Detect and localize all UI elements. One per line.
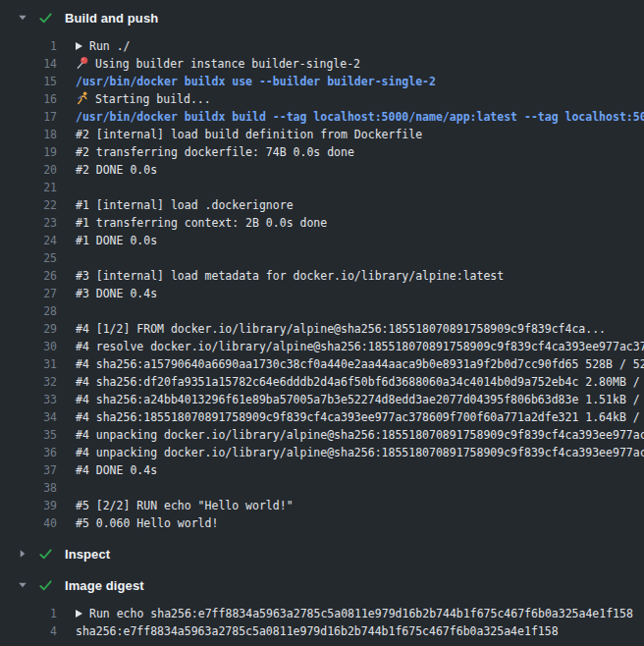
log-text-content: Run echo sha256:e7ff8834a5963a2785c5a081… <box>89 607 633 620</box>
log-text: Starting build... <box>76 90 211 108</box>
log-text: #3 [internal] load metadata for docker.i… <box>76 267 504 285</box>
log-row: 14Using builder instance builder-single-… <box>0 55 644 73</box>
log-text: #4 sha256:a24bb4013296f61e89ba57005a7b3e… <box>76 391 644 408</box>
log-group-title: Image digest <box>65 578 144 593</box>
log-text: /usr/bin/docker buildx use --builder bui… <box>76 73 436 90</box>
line-number[interactable]: 35 <box>0 426 57 444</box>
log-text: #4 sha256:a15790640a6690aa1730c38cf0a440… <box>76 355 644 373</box>
log-row: 24#1 DONE 0.0s <box>0 232 644 249</box>
log-text-content: /usr/bin/docker buildx use --builder bui… <box>76 75 436 88</box>
line-number[interactable]: 20 <box>0 161 57 179</box>
log-text-content: Using builder instance builder-single-2 <box>95 57 360 71</box>
log-row: 15/usr/bin/docker buildx use --builder b… <box>0 73 644 90</box>
line-number[interactable]: 33 <box>0 391 57 408</box>
check-icon <box>38 547 53 562</box>
line-number[interactable]: 40 <box>0 514 57 532</box>
log-group-header-image-digest[interactable]: Image digest <box>0 573 644 597</box>
log-group-title: Inspect <box>65 547 110 562</box>
pushpin-icon <box>76 56 89 70</box>
line-number[interactable]: 36 <box>0 444 57 461</box>
log-text-content: #4 unpacking docker.io/library/alpine@sh… <box>76 428 644 442</box>
log-row: 40#5 0.060 Hello world! <box>0 514 644 532</box>
log-group-title: Build and push <box>65 11 158 26</box>
log-text: #1 transferring context: 2B 0.0s done <box>76 214 327 232</box>
line-number[interactable]: 29 <box>0 320 57 338</box>
log-lines: 1Run ./14Using builder instance builder-… <box>0 37 644 532</box>
line-number[interactable]: 25 <box>0 249 57 267</box>
log-text-content: sha256:e7ff8834a5963a2785c5a0811e979d16b… <box>76 624 559 638</box>
chevron-down-icon <box>17 12 28 24</box>
line-number[interactable]: 34 <box>0 408 57 426</box>
line-number[interactable]: 37 <box>0 461 57 479</box>
line-number[interactable]: 19 <box>0 143 57 161</box>
line-number[interactable]: 22 <box>0 196 57 214</box>
log-row: 20#2 DONE 0.0s <box>0 161 644 179</box>
line-number[interactable]: 30 <box>0 338 57 355</box>
line-number[interactable]: 24 <box>0 232 57 249</box>
log-row: 1Run echo sha256:e7ff8834a5963a2785c5a08… <box>0 605 644 622</box>
log-text-content: #3 DONE 0.4s <box>76 287 157 300</box>
line-number[interactable]: 32 <box>0 373 57 391</box>
log-text: #1 [internal] load .dockerignore <box>76 196 294 214</box>
log-text-content: #1 DONE 0.0s <box>76 234 157 247</box>
log-row: 33#4 sha256:a24bb4013296f61e89ba57005a7b… <box>0 391 644 408</box>
log-text-content: #4 sha256:a15790640a6690aa1730c38cf0a440… <box>76 357 644 371</box>
line-number[interactable]: 28 <box>0 302 57 320</box>
log-row: 31#4 sha256:a15790640a6690aa1730c38cf0a4… <box>0 355 644 373</box>
log-row: 21 <box>0 179 644 196</box>
line-number[interactable]: 16 <box>0 90 57 108</box>
log-text-content: #4 sha256:185518070891758909c9f839cf4ca3… <box>76 410 644 424</box>
line-number[interactable]: 21 <box>0 179 57 196</box>
log-row: 27#3 DONE 0.4s <box>0 285 644 302</box>
line-number[interactable]: 17 <box>0 108 57 126</box>
log-row: 34#4 sha256:185518070891758909c9f839cf4c… <box>0 408 644 426</box>
log-text-content: Starting build... <box>95 92 211 106</box>
check-icon <box>38 578 53 593</box>
check-icon <box>38 11 53 26</box>
log-row: 17/usr/bin/docker buildx build --tag loc… <box>0 108 644 126</box>
log-row: 26#3 [internal] load metadata for docker… <box>0 267 644 285</box>
line-number[interactable]: 15 <box>0 73 57 90</box>
line-number[interactable]: 23 <box>0 214 57 232</box>
log-group-image-digest: Image digest1Run echo sha256:e7ff8834a59… <box>0 573 644 640</box>
line-number[interactable]: 39 <box>0 497 57 514</box>
log-group-inspect: Inspect <box>0 542 644 565</box>
log-text: sha256:e7ff8834a5963a2785c5a0811e979d16b… <box>76 622 559 640</box>
log-text: Run ./ <box>76 37 131 55</box>
run-caret-icon <box>76 42 82 50</box>
log-text-content: #4 unpacking docker.io/library/alpine@sh… <box>76 446 644 459</box>
log-text-content: #5 [2/2] RUN echo "Hello world!" <box>76 499 294 512</box>
log-text: #5 [2/2] RUN echo "Hello world!" <box>76 497 294 514</box>
runner-icon <box>76 91 89 105</box>
line-number[interactable]: 4 <box>0 622 57 640</box>
log-text: #3 DONE 0.4s <box>76 285 157 302</box>
log-lines: 1Run echo sha256:e7ff8834a5963a2785c5a08… <box>0 605 644 640</box>
chevron-right-icon <box>17 548 28 560</box>
log-row: 30#4 resolve docker.io/library/alpine@sh… <box>0 338 644 355</box>
log-row: 18#2 [internal] load build definition fr… <box>0 126 644 143</box>
log-row: 16Starting build... <box>0 90 644 108</box>
line-number[interactable]: 14 <box>0 55 57 73</box>
log-text: #4 unpacking docker.io/library/alpine@sh… <box>76 426 644 444</box>
log-group-header-inspect[interactable]: Inspect <box>0 542 644 565</box>
log-text: #2 transferring dockerfile: 74B 0.0s don… <box>76 143 354 161</box>
log-row: 35#4 unpacking docker.io/library/alpine@… <box>0 426 644 444</box>
log-row: 4sha256:e7ff8834a5963a2785c5a0811e979d16… <box>0 622 644 640</box>
log-text-content: #1 transferring context: 2B 0.0s done <box>76 216 327 230</box>
log-row: 28 <box>0 302 644 320</box>
line-number[interactable]: 1 <box>0 605 57 622</box>
line-number[interactable]: 1 <box>0 37 57 55</box>
log-text-content: #3 [internal] load metadata for docker.i… <box>76 269 504 283</box>
log-text-content: #4 [1/2] FROM docker.io/library/alpine@s… <box>76 322 606 336</box>
log-group-build-and-push: Build and push1Run ./14Using builder ins… <box>0 6 644 532</box>
line-number[interactable]: 38 <box>0 479 57 497</box>
line-number[interactable]: 18 <box>0 126 57 143</box>
log-text-content: Run ./ <box>89 39 131 53</box>
log-text: #4 sha256:df20fa9351a15782c64e6dddb2d4a6… <box>76 373 644 391</box>
log-group-header-build-and-push[interactable]: Build and push <box>0 6 644 29</box>
line-number[interactable]: 31 <box>0 355 57 373</box>
log-row: 25 <box>0 249 644 267</box>
line-number[interactable]: 26 <box>0 267 57 285</box>
line-number[interactable]: 27 <box>0 285 57 302</box>
log-text-content: #4 sha256:df20fa9351a15782c64e6dddb2d4a6… <box>76 375 644 389</box>
